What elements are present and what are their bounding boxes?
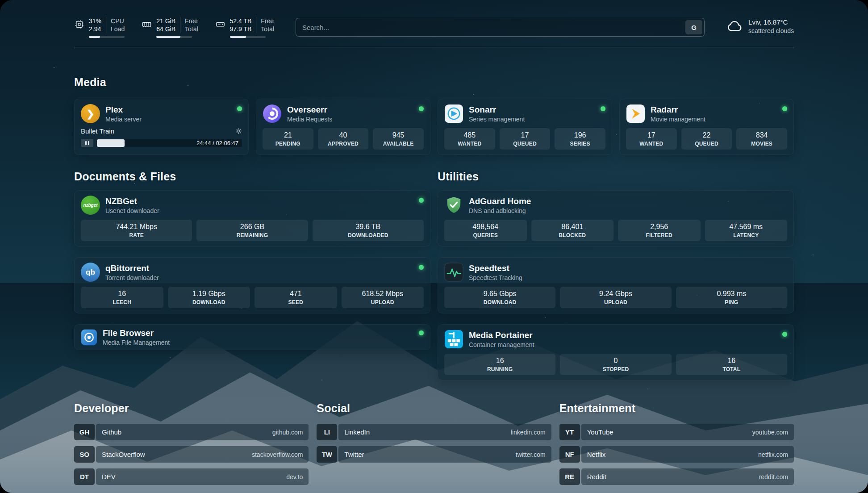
pause-button[interactable] xyxy=(81,139,93,147)
stat-remaining: 266 GB REMAINING xyxy=(196,220,308,241)
bookmark-github[interactable]: GH Github github.com xyxy=(74,424,309,440)
service-card-filebrowser[interactable]: File Browser Media File Management xyxy=(74,324,430,350)
stat-label: WANTED xyxy=(446,141,493,147)
stat-value: 2,956 xyxy=(620,223,699,231)
status-online-dot xyxy=(601,106,605,111)
stat-value: 0.993 ms xyxy=(678,290,785,298)
stat-approved: 40 APPROVED xyxy=(318,128,369,150)
gear-icon[interactable] xyxy=(235,128,242,134)
stat-label: UPLOAD xyxy=(343,299,422,305)
bookmark-url: stackoverflow.com xyxy=(252,451,303,458)
bookmark-netflix[interactable]: NF Netflix netflix.com xyxy=(559,446,794,463)
bookmark-abbr: YT xyxy=(559,424,580,440)
cloud-icon xyxy=(726,18,743,35)
bookmark-youtube[interactable]: YT YouTube youtube.com xyxy=(559,424,794,440)
service-card-sonarr[interactable]: Sonarr Series management 485 WANTED 17 Q… xyxy=(438,99,612,155)
service-card-plex[interactable]: ❯ Plex Media server Bullet Train xyxy=(74,99,249,155)
stat-value: 21 xyxy=(264,131,312,139)
section-utilities: Utilities AdGuard Home DNS and adblockin… xyxy=(438,170,794,380)
stat-value: 618.52 Mbps xyxy=(343,290,422,298)
service-name: File Browser xyxy=(103,328,170,338)
service-card-overseerr[interactable]: Overseerr Media Requests 21 PENDING 40 A… xyxy=(256,99,430,155)
stat-pending: 21 PENDING xyxy=(263,128,313,150)
service-name: Speedtest xyxy=(469,263,522,273)
stat-value: 945 xyxy=(375,131,422,139)
service-card-adguard[interactable]: AdGuard Home DNS and adblocking 498,564 … xyxy=(438,190,794,246)
stat-label: QUEUED xyxy=(501,141,549,147)
stat-value: 0 xyxy=(562,357,669,365)
stat-label: SEED xyxy=(256,299,335,305)
search-input[interactable] xyxy=(298,24,684,31)
search-bar[interactable]: G xyxy=(296,18,705,37)
plex-icon: ❯ xyxy=(81,104,100,123)
stat-downloaded: 39.6 TB DOWNLOADED xyxy=(313,220,424,241)
top-bar: 31% 2.94 CPU Load xyxy=(74,0,794,38)
section-title-utilities: Utilities xyxy=(438,170,794,183)
stat-download: 1.19 Gbps DOWNLOAD xyxy=(168,287,250,308)
cpu-load-value: 2.94 xyxy=(89,25,101,33)
ram-progress-bar xyxy=(156,36,192,38)
stat-seed: 471 SEED xyxy=(255,287,337,308)
stat-value: 16 xyxy=(678,357,785,365)
portainer-icon xyxy=(444,330,463,349)
bookmark-reddit[interactable]: RE Reddit reddit.com xyxy=(559,468,794,485)
bookmark-stackoverflow[interactable]: SO StackOverflow stackoverflow.com xyxy=(74,446,309,463)
stat-value: 498,564 xyxy=(446,223,525,231)
adguard-icon xyxy=(444,196,463,215)
qbittorrent-icon: qb xyxy=(81,263,100,282)
stat-leech: 16 LEECH xyxy=(81,287,163,308)
service-card-qbittorrent[interactable]: qb qBittorrent Torrent downloader 16 xyxy=(74,257,430,313)
service-card-nzbget[interactable]: nzbget NZBGet Usenet downloader 744.21 M… xyxy=(74,190,430,246)
stat-value: 9.65 Gbps xyxy=(446,290,554,298)
service-name: Plex xyxy=(105,105,142,115)
bookmark-url: dev.to xyxy=(286,473,303,480)
stat-label: DOWNLOAD xyxy=(446,299,554,305)
section-title-media: Media xyxy=(74,76,794,89)
stat-label: PING xyxy=(678,299,785,305)
stat-label: LATENCY xyxy=(707,232,786,238)
ram-total-label: Total xyxy=(185,25,198,33)
weather-condition: scattered clouds xyxy=(748,27,794,34)
bookmark-label: Netflix xyxy=(587,451,606,458)
bookmark-url: twitter.com xyxy=(516,451,546,458)
stat-value: 485 xyxy=(446,131,493,139)
stat-value: 17 xyxy=(501,131,549,139)
weather-widget: Lviv, 16.87°C scattered clouds xyxy=(726,18,794,35)
service-subtitle: Usenet downloader xyxy=(105,207,159,214)
bookmark-abbr: TW xyxy=(317,446,337,463)
status-online-dot xyxy=(419,106,424,111)
bookmark-label: Github xyxy=(102,428,121,436)
service-subtitle: Series management xyxy=(469,116,525,123)
stat-value: 16 xyxy=(83,290,162,298)
dashboard-screen: 31% 2.94 CPU Load xyxy=(0,0,868,493)
search-provider-button[interactable]: G xyxy=(685,20,702,34)
ram-usage-widget: 21 GiB 64 GiB Free Total xyxy=(142,17,198,38)
bookmark-dev[interactable]: DT DEV dev.to xyxy=(74,468,309,485)
bookmark-label: DEV xyxy=(102,473,116,480)
service-card-portainer[interactable]: Media Portainer Container management 16 … xyxy=(438,324,794,380)
stat-value: 1.19 Gbps xyxy=(170,290,249,298)
service-card-radarr[interactable]: Radarr Movie management 17 WANTED 22 QUE… xyxy=(619,99,794,155)
stat-value: 196 xyxy=(556,131,604,139)
stat-label: AVAILABLE xyxy=(375,141,422,147)
filebrowser-icon xyxy=(81,329,97,346)
playback-progress-bar[interactable]: 24:44 / 02:06:47 xyxy=(97,139,242,147)
stat-label: DOWNLOAD xyxy=(170,299,249,305)
status-online-dot xyxy=(419,198,424,203)
stat-latency: 47.569 ms LATENCY xyxy=(705,220,788,241)
nzbget-icon: nzbget xyxy=(81,196,100,215)
service-subtitle: Media Requests xyxy=(287,116,332,123)
cpu-percent: 31% xyxy=(89,17,101,25)
stat-label: LEECH xyxy=(83,299,162,305)
bookmark-twitter[interactable]: TW Twitter twitter.com xyxy=(317,446,551,463)
stat-label: STOPPED xyxy=(562,366,669,372)
stat-label: PENDING xyxy=(264,141,312,147)
service-card-speedtest[interactable]: Speedtest Speedtest Tracking 9.65 Gbps D… xyxy=(438,257,794,313)
service-name: Media Portainer xyxy=(469,330,534,340)
stat-label: QUERIES xyxy=(446,232,525,238)
stat-value: 86,401 xyxy=(533,223,612,231)
bookmark-group-social: Social LI LinkedIn linkedin.com TW Twitt… xyxy=(317,402,551,485)
bookmark-linkedin[interactable]: LI LinkedIn linkedin.com xyxy=(317,424,551,440)
stat-ping: 0.993 ms PING xyxy=(676,287,787,308)
cpu-usage-widget: 31% 2.94 CPU Load xyxy=(74,17,125,38)
